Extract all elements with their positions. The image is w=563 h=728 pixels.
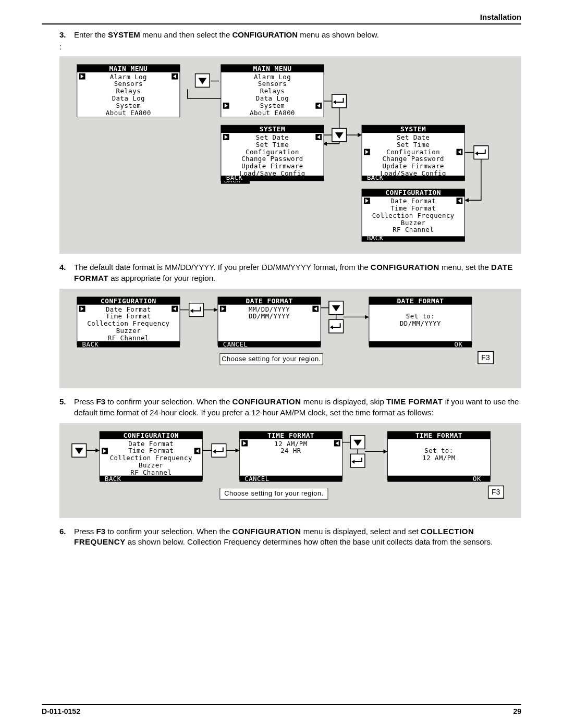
step-3: 3. Enter the SYSTEM menu and then select… xyxy=(59,30,521,40)
svg-text:CANCEL: CANCEL xyxy=(223,340,248,348)
enter-button-1[interactable] xyxy=(332,94,347,108)
down-button-5[interactable] xyxy=(350,436,365,449)
divider xyxy=(42,23,521,24)
screen-time-format-set: TIME FORMAT Set to: 12 AM/PM xyxy=(387,431,490,480)
screen-system-2: SYSTEM Set Date Set Time Configuration C… xyxy=(362,125,464,181)
svg-rect-87 xyxy=(189,303,204,317)
svg-text:About EA800: About EA800 xyxy=(106,109,151,117)
svg-text:Update Firmware: Update Firmware xyxy=(382,163,444,170)
svg-text:Sensors: Sensors xyxy=(258,81,287,88)
svg-text:Relays: Relays xyxy=(260,88,285,95)
svg-text:BACK: BACK xyxy=(105,475,121,483)
svg-text:DATE FORMAT: DATE FORMAT xyxy=(246,297,292,305)
step-number: 3. xyxy=(59,30,74,40)
screen-time-format-options: TIME FORMAT 12 AM/PM 24 HR xyxy=(239,431,342,480)
svg-text:F3: F3 xyxy=(481,354,490,362)
down-button-4[interactable] xyxy=(72,444,87,458)
f3-button-1[interactable]: F3 xyxy=(478,351,494,364)
down-button-3[interactable] xyxy=(329,301,344,315)
svg-text:CONFIGURATION: CONFIGURATION xyxy=(123,431,179,439)
screen-configuration-time: CONFIGURATION Date Format Time Format Co… xyxy=(100,431,202,480)
svg-text:Date Format: Date Format xyxy=(128,440,174,447)
step-number: 6. xyxy=(59,526,74,548)
svg-text:OK: OK xyxy=(455,340,463,348)
svg-text:CANCEL: CANCEL xyxy=(244,475,269,483)
svg-text:Collection Frequency: Collection Frequency xyxy=(372,212,455,219)
svg-text:MAIN MENU: MAIN MENU xyxy=(109,65,148,72)
svg-text:SYSTEM: SYSTEM xyxy=(260,125,285,133)
svg-text:12 AM/PM: 12 AM/PM xyxy=(422,454,455,462)
svg-text:Collection Frequency: Collection Frequency xyxy=(87,320,169,327)
svg-text:Set Time: Set Time xyxy=(256,141,289,149)
svg-text:Date Format: Date Format xyxy=(390,198,436,205)
svg-text:24 HR: 24 HR xyxy=(280,447,301,454)
caption-region-1: Choose setting for your region. xyxy=(222,355,321,363)
svg-text:DD/MM/YYYY: DD/MM/YYYY xyxy=(249,313,290,320)
enter-button-3[interactable] xyxy=(189,303,204,317)
step-text: The default date format is MM/DD/YYYY. I… xyxy=(74,262,519,283)
svg-text:Change Password: Change Password xyxy=(241,156,303,163)
svg-text:About EA800: About EA800 xyxy=(250,109,295,117)
step-text: Enter the SYSTEM menu and then select th… xyxy=(74,30,519,40)
down-button-2[interactable] xyxy=(332,128,347,142)
svg-text:BACK: BACK xyxy=(82,340,99,348)
svg-text:Alarm Log: Alarm Log xyxy=(254,73,291,81)
svg-text:Buzzer: Buzzer xyxy=(401,219,425,227)
svg-text:CONFIGURATION: CONFIGURATION xyxy=(385,189,441,197)
svg-text:Set Date: Set Date xyxy=(397,134,430,141)
svg-text:Configuration: Configuration xyxy=(386,149,440,156)
svg-text:Change Password: Change Password xyxy=(382,156,444,163)
step-number: 5. xyxy=(59,397,74,418)
svg-rect-26 xyxy=(332,94,347,108)
svg-text:Collection Frequency: Collection Frequency xyxy=(110,454,192,462)
svg-text:Date Format: Date Format xyxy=(106,305,151,313)
svg-text:Data Log: Data Log xyxy=(256,95,289,102)
screen-configuration: CONFIGURATION Date Format Time Format Co… xyxy=(362,189,464,242)
svg-text:RF Channel: RF Channel xyxy=(130,469,172,476)
illustration-panel-1: MAIN MENU Alarm Log Sensors Relays Data … xyxy=(59,56,521,254)
step-text: Press F3 to confirm your selection. When… xyxy=(74,526,519,548)
step-6: 6. Press F3 to confirm your selection. W… xyxy=(59,526,521,548)
section-header: Installation xyxy=(42,13,521,21)
svg-rect-146 xyxy=(350,454,365,467)
svg-text:BACK: BACK xyxy=(367,235,384,242)
svg-text:Time Format: Time Format xyxy=(106,313,151,320)
svg-text:DD/MM/YYYY: DD/MM/YYYY xyxy=(400,320,441,327)
svg-text:SYSTEM: SYSTEM xyxy=(400,125,426,133)
svg-text:System: System xyxy=(260,102,285,109)
svg-text:OK: OK xyxy=(473,475,481,483)
svg-text:System: System xyxy=(116,102,141,109)
svg-text:RF Channel: RF Channel xyxy=(393,227,434,234)
caption-region-2: Choose setting for your region. xyxy=(224,489,323,497)
svg-text:Set to:: Set to: xyxy=(424,447,453,454)
svg-text:Update Firmware: Update Firmware xyxy=(241,163,303,170)
enter-button-2[interactable] xyxy=(474,146,488,159)
svg-text:Time Format: Time Format xyxy=(390,205,436,212)
svg-text:Buzzer: Buzzer xyxy=(139,462,163,469)
f3-button-2[interactable]: F3 xyxy=(488,486,504,498)
screen-main-menu-1: MAIN MENU Alarm Log Sensors Relays Data … xyxy=(77,65,180,117)
svg-text:Set Date: Set Date xyxy=(256,134,289,141)
svg-text:TIME FORMAT: TIME FORMAT xyxy=(267,431,314,439)
svg-text:Set Time: Set Time xyxy=(397,141,430,149)
svg-text:CONFIGURATION: CONFIGURATION xyxy=(101,297,156,305)
svg-text:12 AM/PM: 12 AM/PM xyxy=(274,440,307,447)
step-4: 4. The default date format is MM/DD/YYYY… xyxy=(59,262,521,283)
illustration-panel-3: CONFIGURATION Date Format Time Format Co… xyxy=(59,423,521,518)
enter-button-5[interactable] xyxy=(212,444,226,458)
svg-text:BACK: BACK xyxy=(226,174,243,181)
step-5: 5. Press F3 to confirm your selection. W… xyxy=(59,397,521,418)
svg-text:Relays: Relays xyxy=(116,88,141,95)
svg-text:MM/DD/YYYY: MM/DD/YYYY xyxy=(249,305,290,313)
svg-text:Set to:: Set to: xyxy=(406,313,435,320)
step-number: 4. xyxy=(59,262,74,283)
down-button-1[interactable] xyxy=(195,74,210,88)
screen-date-format-options: DATE FORMAT MM/DD/YYYY DD/MM/YYYY xyxy=(218,297,321,346)
svg-rect-133 xyxy=(212,444,226,458)
enter-button-4[interactable] xyxy=(329,319,344,333)
svg-text:Time Format: Time Format xyxy=(128,447,174,454)
doc-id: D-011-0152 xyxy=(42,707,80,715)
enter-button-6[interactable] xyxy=(350,454,365,467)
svg-text:TIME FORMAT: TIME FORMAT xyxy=(415,431,462,439)
screen-configuration-date: CONFIGURATION Date Format Time Format Co… xyxy=(77,297,180,346)
